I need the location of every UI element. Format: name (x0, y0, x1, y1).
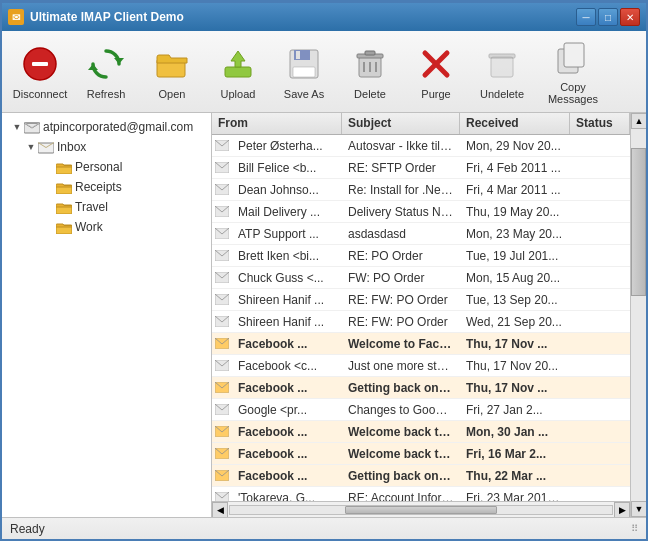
receipts-label: Receipts (75, 180, 122, 194)
undelete-button[interactable]: Undelete (470, 37, 534, 107)
email-row[interactable]: Facebook ...Getting back onto FacebookTh… (212, 465, 630, 487)
tree-inbox[interactable]: ▼ Inbox (2, 137, 211, 157)
svg-rect-9 (296, 51, 300, 59)
tree-personal[interactable]: ▶ Personal (2, 157, 211, 177)
email-row[interactable]: Brett Iken <bi...RE: PO OrderTue, 19 Jul… (212, 245, 630, 267)
horizontal-scrollbar: ◀ ▶ (212, 501, 630, 517)
email-row[interactable]: Facebook ...Welcome to FacebookThu, 17 N… (212, 333, 630, 355)
scroll-up-button[interactable]: ▲ (631, 113, 646, 129)
envelope-icon (212, 492, 232, 501)
email-from: Shireen Hanif ... (232, 313, 342, 331)
email-subject: Changes to Google Privacy... (342, 401, 460, 419)
col-header-status[interactable]: Status (570, 113, 630, 134)
email-row[interactable]: Facebook ...Welcome back to FacebookMon,… (212, 421, 630, 443)
email-row[interactable]: Peter Østerha...Autosvar - Ikke til sted… (212, 135, 630, 157)
envelope-icon (212, 162, 232, 173)
email-row[interactable]: Bill Felice <b...RE: SFTP OrderFri, 4 Fe… (212, 157, 630, 179)
tree-toggle-account[interactable]: ▼ (10, 120, 24, 134)
saveas-label: Save As (284, 88, 324, 100)
email-received: Mon, 29 Nov 20... (460, 137, 570, 155)
email-row[interactable]: Chuck Guss <...FW: PO OrderMon, 15 Aug 2… (212, 267, 630, 289)
scroll-right-button[interactable]: ▶ (614, 502, 630, 518)
email-row[interactable]: Facebook ...Getting back onto Facebook .… (212, 377, 630, 399)
tree-toggle-inbox[interactable]: ▼ (24, 140, 38, 154)
tree-travel[interactable]: ▶ Travel (2, 197, 211, 217)
envelope-icon (212, 316, 232, 327)
email-panel: From Subject Received Status Peter Øster… (212, 113, 630, 517)
undelete-label: Undelete (480, 88, 524, 100)
open-button[interactable]: Open (140, 37, 204, 107)
email-from: Google <pr... (232, 401, 342, 419)
email-received: Fri, 4 Feb 2011 ... (460, 159, 570, 177)
delete-icon (350, 44, 390, 84)
email-row[interactable]: Dean Johnso...Re: Install for .Net Pdf D… (212, 179, 630, 201)
close-button[interactable]: ✕ (620, 8, 640, 26)
restore-button[interactable]: □ (598, 8, 618, 26)
email-subject: Welcome back to Facebook (342, 423, 460, 441)
scroll-track[interactable] (229, 505, 613, 515)
account-icon (24, 119, 40, 135)
email-row[interactable]: Google <pr...Changes to Google Privacy..… (212, 399, 630, 421)
email-received: Tue, 19 Jul 201... (460, 247, 570, 265)
purge-icon (416, 44, 456, 84)
disconnect-button[interactable]: Disconnect (8, 37, 72, 107)
app-icon: ✉ (8, 9, 24, 25)
upload-button[interactable]: Upload (206, 37, 270, 107)
col-header-received[interactable]: Received (460, 113, 570, 134)
svg-rect-5 (225, 67, 251, 77)
email-row[interactable]: Shireen Hanif ...RE: FW: PO OrderTue, 13… (212, 289, 630, 311)
email-row[interactable]: Shireen Hanif ...RE: FW: PO OrderWed, 21… (212, 311, 630, 333)
purge-button[interactable]: Purge (404, 37, 468, 107)
table-header: From Subject Received Status (212, 113, 630, 135)
email-status (570, 276, 630, 280)
email-row[interactable]: Facebook <c...Just one more step to get … (212, 355, 630, 377)
email-status (570, 144, 630, 148)
email-received: Wed, 21 Sep 20... (460, 313, 570, 331)
scroll-thumb[interactable] (345, 506, 498, 514)
scroll-down-button[interactable]: ▼ (631, 501, 646, 517)
envelope-icon (212, 184, 232, 195)
email-subject: RE: SFTP Order (342, 159, 460, 177)
inbox-label: Inbox (57, 140, 86, 154)
refresh-button[interactable]: Refresh (74, 37, 138, 107)
saveas-icon (284, 44, 324, 84)
copy-button[interactable]: Copy Messages (536, 37, 610, 107)
v-scroll-track[interactable] (631, 129, 646, 501)
email-from: Facebook ... (232, 467, 342, 485)
copy-label: Copy Messages (541, 81, 605, 105)
email-row[interactable]: ATP Support ...asdasdasdMon, 23 May 20..… (212, 223, 630, 245)
tree-receipts[interactable]: ▶ Receipts (2, 177, 211, 197)
saveas-button[interactable]: Save As (272, 37, 336, 107)
email-status (570, 320, 630, 324)
delete-label: Delete (354, 88, 386, 100)
email-row[interactable]: Mail Delivery ...Delivery Status Notific… (212, 201, 630, 223)
main-content: ▼ atpincorporated@gmail.com ▼ (2, 113, 646, 517)
email-row[interactable]: Facebook ...Welcome back to FacebookFri,… (212, 443, 630, 465)
refresh-icon (86, 44, 126, 84)
minimize-button[interactable]: ─ (576, 8, 596, 26)
col-header-subject[interactable]: Subject (342, 113, 460, 134)
tree-work[interactable]: ▶ Work (2, 217, 211, 237)
email-received: Mon, 30 Jan ... (460, 423, 570, 441)
email-status (570, 188, 630, 192)
col-header-from[interactable]: From (212, 113, 342, 134)
upload-icon (218, 44, 258, 84)
envelope-icon (212, 140, 232, 151)
vertical-scrollbar: ▲ ▼ (630, 113, 646, 517)
travel-label: Travel (75, 200, 108, 214)
email-row[interactable]: 'Tokareva, G...RE: Account Information U… (212, 487, 630, 501)
scroll-left-button[interactable]: ◀ (212, 502, 228, 518)
envelope-icon (212, 228, 232, 239)
email-received: Fri, 23 Mar 2012... (460, 489, 570, 502)
v-scroll-thumb[interactable] (631, 148, 646, 297)
email-subject: RE: Account Information Updated (342, 489, 460, 502)
delete-button[interactable]: Delete (338, 37, 402, 107)
tree-account[interactable]: ▼ atpincorporated@gmail.com (2, 117, 211, 137)
email-received: Thu, 17 Nov ... (460, 335, 570, 353)
envelope-icon (212, 382, 232, 393)
title-bar-left: ✉ Ultimate IMAP Client Demo (8, 9, 184, 25)
svg-rect-19 (491, 57, 513, 77)
email-received: Tue, 13 Sep 20... (460, 291, 570, 309)
email-status (570, 166, 630, 170)
email-from: Facebook ... (232, 379, 342, 397)
